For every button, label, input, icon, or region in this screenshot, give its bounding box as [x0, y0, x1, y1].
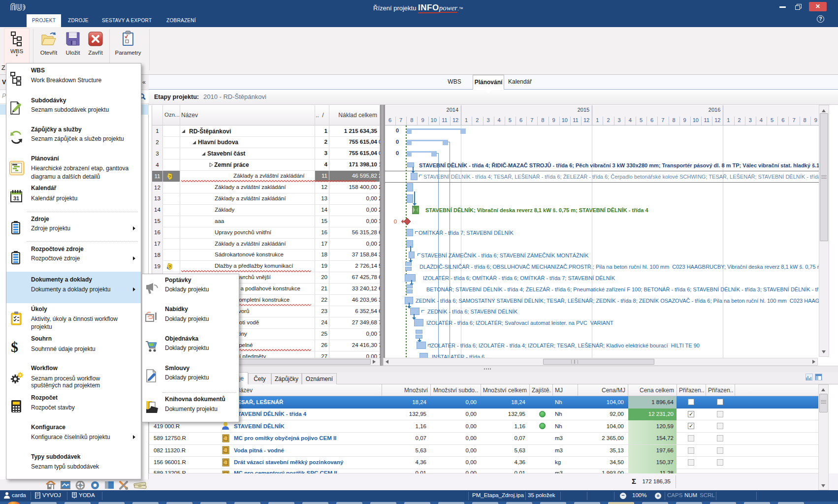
svg-text:31: 31 [13, 195, 19, 201]
